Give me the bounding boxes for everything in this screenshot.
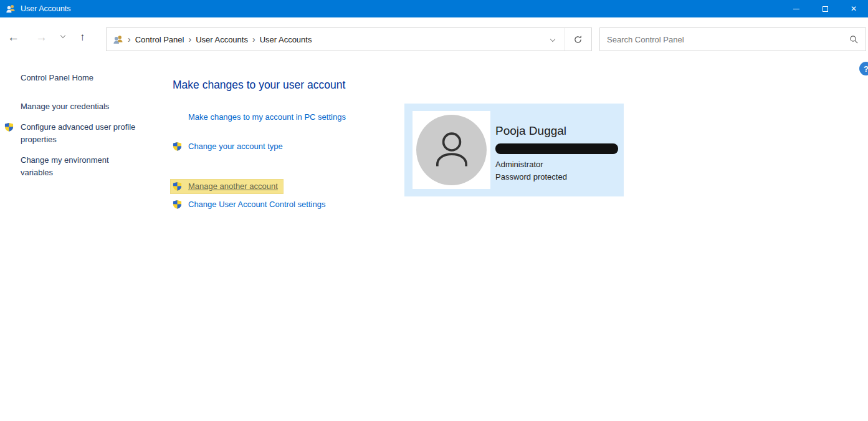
user-name: Pooja Duggal: [495, 124, 618, 138]
refresh-button[interactable]: [564, 28, 591, 51]
uac-shield-icon: [173, 181, 182, 191]
help-button[interactable]: ?: [859, 62, 868, 75]
breadcrumb-control-panel[interactable]: Control Panel: [135, 35, 184, 44]
breadcrumb-separator: ›: [252, 34, 255, 44]
main-content: Make changes to your user account Make c…: [173, 79, 346, 210]
minimize-button[interactable]: [782, 0, 811, 17]
search-input[interactable]: [600, 28, 866, 51]
up-button[interactable]: ↑: [80, 32, 85, 42]
task-row: Change your account type: [173, 140, 346, 152]
back-button[interactable]: ←: [7, 31, 19, 43]
link-manage-another-account[interactable]: Manage another account: [188, 181, 278, 191]
uac-shield-icon: [4, 122, 14, 135]
user-account-card: Pooja Duggal Administrator Password prot…: [404, 104, 624, 196]
task-links: Make changes to my account in PC setting…: [173, 111, 346, 210]
recent-pages-dropdown[interactable]: [61, 34, 65, 40]
search-box: [599, 27, 866, 51]
page-title: Make changes to your user account: [173, 79, 346, 92]
user-accounts-app-icon: [6, 4, 16, 14]
task-row: Manage another account: [173, 180, 346, 191]
user-accounts-icon: [113, 34, 123, 45]
maximize-button[interactable]: [811, 0, 839, 17]
link-change-uac-settings[interactable]: Change User Account Control settings: [188, 200, 325, 209]
link-pc-settings[interactable]: Make changes to my account in PC setting…: [188, 112, 346, 122]
highlight-overlay: Manage another account: [171, 180, 283, 193]
link-change-account-type[interactable]: Change your account type: [188, 142, 283, 151]
redaction-bar: [495, 143, 618, 154]
breadcrumb-user-accounts[interactable]: User Accounts: [196, 35, 248, 44]
sidebar-item-change-environment-variables[interactable]: Change my environment variables: [21, 154, 136, 179]
close-button[interactable]: ✕: [839, 0, 868, 17]
sidebar-item-manage-credentials[interactable]: Manage your credentials: [21, 100, 136, 113]
password-protected-label: Password protected: [495, 172, 618, 181]
breadcrumb-separator: ›: [188, 34, 191, 44]
sidebar: Control Panel Home Manage your credentia…: [21, 73, 136, 187]
person-icon: [427, 126, 476, 175]
user-role: Administrator: [495, 160, 618, 169]
search-icon[interactable]: [849, 35, 859, 44]
minimize-icon: [793, 9, 799, 9]
address-bar[interactable]: › Control Panel › User Accounts › User A…: [106, 27, 592, 51]
user-accounts-window: User Accounts ✕ ← → ↑ › Control Panel ›: [0, 0, 868, 421]
nav-arrows: ← → ↑: [7, 17, 85, 56]
address-dropdown-button[interactable]: [541, 28, 564, 51]
window-title: User Accounts: [21, 4, 782, 13]
chevron-down-icon: [550, 37, 555, 42]
sidebar-item-label: Change my environment variables: [21, 155, 109, 177]
titlebar: User Accounts ✕: [0, 0, 868, 17]
uac-shield-icon: [173, 200, 182, 209]
refresh-icon: [573, 35, 583, 44]
sidebar-item-label: Configure advanced user profile properti…: [21, 122, 135, 144]
chevron-down-icon: [60, 33, 65, 38]
avatar-circle: [416, 115, 487, 185]
breadcrumb-separator: ›: [128, 34, 131, 44]
uac-shield-icon: [173, 142, 182, 151]
task-row: Change User Account Control settings: [173, 198, 346, 210]
sidebar-item-configure-advanced-profile[interactable]: Configure advanced user profile properti…: [21, 121, 136, 146]
user-info: Pooja Duggal Administrator Password prot…: [495, 124, 618, 181]
sidebar-item-label: Manage your credentials: [21, 102, 109, 111]
breadcrumb-user-accounts-2[interactable]: User Accounts: [260, 35, 312, 44]
avatar: [413, 111, 490, 189]
task-row: Make changes to my account in PC setting…: [173, 111, 346, 122]
forward-button[interactable]: →: [36, 31, 47, 43]
navigation-bar: ← → ↑ › Control Panel › User Accounts › …: [0, 17, 868, 56]
maximize-icon: [823, 6, 828, 12]
sidebar-item-control-panel-home[interactable]: Control Panel Home: [21, 73, 136, 82]
